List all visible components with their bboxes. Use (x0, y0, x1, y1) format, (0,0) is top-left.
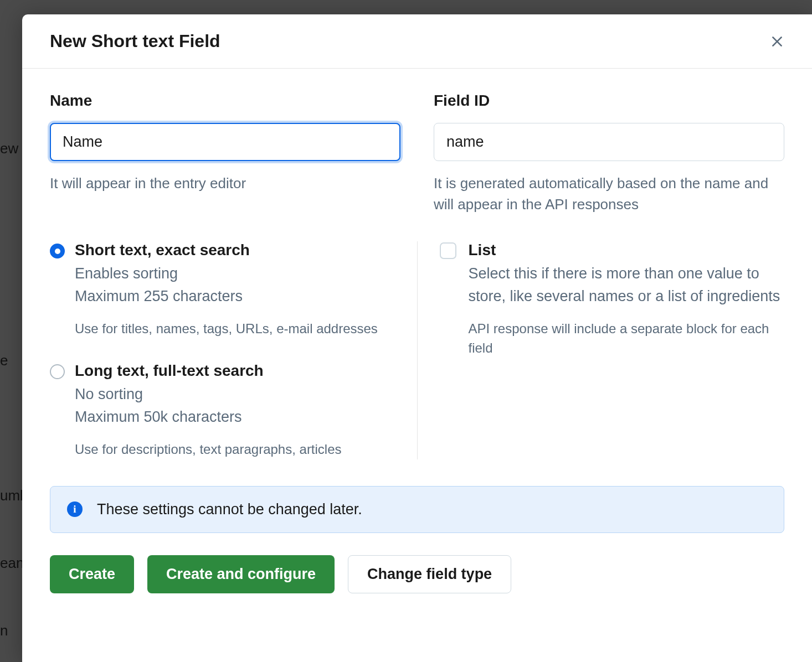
text-type-options: Short text, exact search Enables sorting… (50, 241, 418, 459)
short-text-content: Short text, exact search Enables sorting… (75, 241, 395, 339)
options-row: Short text, exact search Enables sorting… (50, 241, 784, 459)
list-description: Select this if there is more than one va… (469, 262, 785, 307)
fieldid-label: Field ID (434, 92, 784, 110)
info-icon: i (67, 501, 83, 517)
create-and-configure-button[interactable]: Create and configure (147, 555, 335, 593)
backdrop-text: ean (0, 555, 24, 572)
long-text-hint: Use for descriptions, text paragraphs, a… (75, 440, 395, 459)
backdrop-text: ew (0, 140, 18, 157)
radio-checked-icon (50, 244, 65, 258)
short-text-hint: Use for titles, names, tags, URLs, e-mai… (75, 319, 395, 339)
info-banner-text: These settings cannot be changed later. (97, 501, 362, 518)
field-row: Name It will appear in the entry editor … (50, 92, 784, 215)
new-field-modal: New Short text Field Name It will appear… (22, 14, 812, 662)
modal-body: Name It will appear in the entry editor … (22, 69, 812, 621)
long-text-line2: Maximum 50k characters (75, 406, 395, 428)
list-option[interactable]: List Select this if there is more than o… (440, 241, 785, 358)
short-text-title: Short text, exact search (75, 241, 395, 259)
button-row: Create Create and configure Change field… (50, 555, 784, 593)
name-input[interactable] (50, 123, 400, 161)
long-text-title: Long text, full-text search (75, 362, 395, 380)
change-field-type-button[interactable]: Change field type (348, 555, 511, 593)
long-text-option[interactable]: Long text, full-text search No sorting M… (50, 362, 395, 459)
short-text-option[interactable]: Short text, exact search Enables sorting… (50, 241, 395, 339)
modal-title: New Short text Field (50, 31, 220, 51)
modal-header: New Short text Field (22, 14, 812, 69)
backdrop-text: n (0, 622, 8, 639)
long-text-content: Long text, full-text search No sorting M… (75, 362, 395, 459)
fieldid-input[interactable] (434, 123, 784, 161)
fieldid-help-text: It is generated automatically based on t… (434, 173, 784, 215)
list-title: List (469, 241, 785, 259)
name-label: Name (50, 92, 400, 110)
list-content: List Select this if there is more than o… (469, 241, 785, 358)
name-help-text: It will appear in the entry editor (50, 173, 400, 194)
info-banner: i These settings cannot be changed later… (50, 486, 784, 533)
fieldid-field-column: Field ID It is generated automatically b… (434, 92, 784, 215)
short-text-line1: Enables sorting (75, 262, 395, 285)
backdrop-text: e (0, 352, 8, 369)
list-option-column: List Select this if there is more than o… (418, 241, 785, 459)
name-field-column: Name It will appear in the entry editor (50, 92, 400, 215)
close-icon[interactable] (770, 34, 784, 49)
list-hint: API response will include a separate blo… (469, 319, 785, 358)
create-button[interactable]: Create (50, 555, 134, 593)
short-text-line2: Maximum 255 characters (75, 285, 395, 308)
radio-unchecked-icon (50, 364, 65, 379)
long-text-line1: No sorting (75, 383, 395, 406)
checkbox-unchecked-icon (440, 242, 456, 259)
